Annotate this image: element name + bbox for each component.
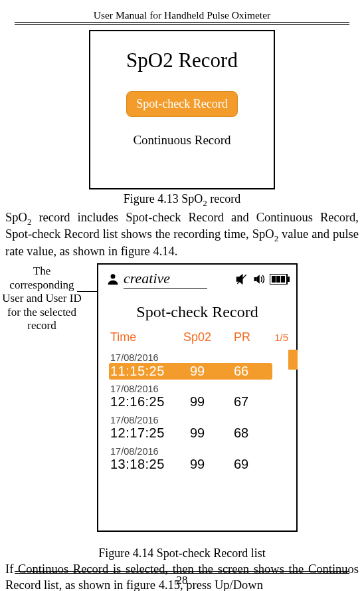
record-pr: 66 xyxy=(234,364,260,379)
record-row-selected[interactable]: 11:15:25 99 66 xyxy=(109,363,272,380)
svg-rect-8 xyxy=(272,276,276,283)
record-list: 17/08/2016 11:15:25 99 66 17/08/2016 12:… xyxy=(98,352,296,473)
svg-rect-7 xyxy=(288,277,290,282)
paragraph-1: SpO2 record includes Spot-check Record a… xyxy=(5,210,359,260)
record-spo2: 99 xyxy=(190,364,234,379)
record-date: 17/08/2016 xyxy=(110,446,296,457)
record-date: 17/08/2016 xyxy=(110,384,296,394)
spot-check-record-button[interactable]: Spot-check Record xyxy=(126,91,237,117)
record-time: 12:16:25 xyxy=(110,394,190,410)
figure-4-14-caption: Figure 4.14 Spot-check Record list xyxy=(0,546,364,560)
spo2-record-screen: SpO2 Record Spot-check Record Continuous… xyxy=(89,30,275,189)
svg-rect-4 xyxy=(254,277,257,281)
annotation-user-id: The corresponding User and User ID for t… xyxy=(0,265,84,332)
user-icon xyxy=(106,272,120,287)
svg-rect-10 xyxy=(281,276,285,283)
user-name-label: creative xyxy=(124,270,207,289)
page-number: 28 xyxy=(0,574,364,587)
page-header: User Manual for Handheld Pulse Oximeter xyxy=(15,9,349,23)
record-spo2: 99 xyxy=(190,394,234,410)
record-date: 17/08/2016 xyxy=(110,352,296,363)
col-pr: PR xyxy=(234,330,260,344)
column-headers: Time Sp02 PR 1/5 xyxy=(98,330,296,348)
page-indicator: 1/5 xyxy=(260,332,288,343)
figure-4-13-caption: Figure 4.13 SpO2 record xyxy=(0,192,364,209)
figure-4-13: SpO2 Record Spot-check Record Continuous… xyxy=(0,30,364,209)
battery-icon xyxy=(270,274,290,285)
record-row[interactable]: 12:17:25 99 68 xyxy=(110,425,296,442)
continuous-record-option[interactable]: Continuous Record xyxy=(90,133,274,148)
spo2-record-title: SpO2 Record xyxy=(90,49,274,72)
record-pr: 67 xyxy=(234,394,260,410)
status-bar: creative xyxy=(98,265,296,291)
record-spo2: 99 xyxy=(190,425,234,441)
record-spo2: 99 xyxy=(190,457,234,472)
spot-check-title: Spot-check Record xyxy=(98,303,296,321)
svg-rect-9 xyxy=(276,276,280,283)
record-pr: 68 xyxy=(234,425,260,441)
mute-icon xyxy=(235,273,248,285)
svg-marker-5 xyxy=(256,275,260,285)
scrollbar-thumb[interactable] xyxy=(288,350,298,370)
record-date: 17/08/2016 xyxy=(110,415,296,425)
col-time: Time xyxy=(110,330,183,344)
col-spo2: Sp02 xyxy=(183,330,234,344)
record-time: 11:15:25 xyxy=(109,364,190,379)
spot-check-record-screen: creative Spot-check Record Time Sp02 PR … xyxy=(97,263,298,532)
sound-icon xyxy=(252,273,266,285)
record-pr: 69 xyxy=(234,457,260,472)
svg-point-0 xyxy=(111,275,116,279)
record-row[interactable]: 12:16:25 99 67 xyxy=(110,394,296,411)
record-time: 13:18:25 xyxy=(110,457,190,472)
record-row[interactable]: 13:18:25 99 69 xyxy=(110,457,296,473)
record-time: 12:17:25 xyxy=(110,425,190,441)
